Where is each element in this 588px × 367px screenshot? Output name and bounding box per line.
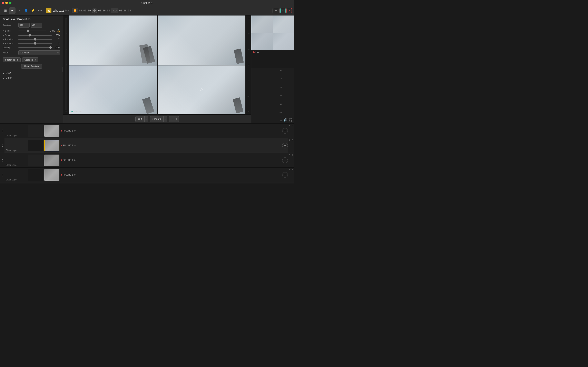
record-button[interactable] bbox=[92, 8, 97, 13]
stream-green-btn[interactable]: ● bbox=[280, 8, 286, 13]
track-4-thumb-empty[interactable] bbox=[28, 169, 43, 181]
cut-arrow-btn[interactable]: ▾ bbox=[145, 116, 148, 122]
smooth-main-btn[interactable]: Smooth bbox=[150, 116, 164, 122]
track-1-thumb-content bbox=[44, 125, 60, 137]
canvas-content-bl bbox=[69, 65, 157, 115]
live-status-dot bbox=[253, 51, 255, 53]
stretch-to-fit-btn[interactable]: Stretch To Fit bbox=[3, 57, 21, 62]
track-num-2: 2 bbox=[288, 138, 294, 153]
track-3-down-arrow[interactable]: ▼ bbox=[2, 161, 3, 162]
track-4-down-arrow[interactable]: ▼ bbox=[2, 175, 3, 177]
minimize-button[interactable] bbox=[5, 2, 8, 4]
track-2-clear-label[interactable]: Clear Layer bbox=[6, 149, 26, 151]
live-content-tr bbox=[273, 16, 294, 33]
track-1-label-area: Clear Layer bbox=[4, 124, 28, 138]
y-scale-slider[interactable] bbox=[18, 35, 52, 36]
position-x-input[interactable] bbox=[18, 23, 30, 27]
track-3-clear-label[interactable]: Clear Layer bbox=[6, 164, 26, 166]
track-1-clear-label[interactable]: Clear Layer bbox=[6, 134, 26, 137]
canvas-cell-tl[interactable] bbox=[69, 16, 157, 65]
cut-btn-group: Cut ▾ bbox=[135, 116, 148, 122]
track-4: ▲ ▼ Clear Layer FULL HD 1 ⚙ bbox=[0, 167, 288, 182]
track-4-number: 4 bbox=[292, 168, 293, 171]
x-scale-label: X Scale bbox=[3, 30, 17, 32]
canvas-area[interactable]: Preview bbox=[69, 16, 245, 114]
crop-section-toggle[interactable]: ▶ Crop bbox=[3, 72, 60, 75]
track-2-thumb-shot[interactable] bbox=[44, 140, 60, 151]
go-btn[interactable]: → bbox=[169, 116, 179, 122]
track-4-up-arrow[interactable]: ▲ bbox=[2, 173, 3, 175]
track-3-add-btn[interactable]: + bbox=[282, 157, 288, 163]
track-3-up-arrow[interactable]: ▲ bbox=[2, 158, 3, 160]
x-rotation-slider[interactable] bbox=[18, 39, 52, 40]
x-scale-value: 33% bbox=[47, 30, 55, 32]
y-rotation-slider-container bbox=[18, 43, 52, 44]
vu-meter-center-right: +6 0 -6 -12 -18 -24 -36 bbox=[245, 16, 251, 114]
scale-to-fit-btn[interactable]: Scale To Fit bbox=[22, 57, 38, 62]
track-1-thumb-empty[interactable] bbox=[28, 125, 43, 137]
canvas-cell-bl[interactable] bbox=[69, 65, 157, 115]
layers-icon-btn[interactable]: ⊞ bbox=[2, 7, 9, 14]
sliders-icon-btn[interactable]: ≡ bbox=[9, 7, 16, 14]
track-1-thumb-shot[interactable] bbox=[44, 125, 60, 137]
track-4-add-btn[interactable]: + bbox=[282, 172, 288, 178]
track-3-thumb-empty[interactable] bbox=[28, 155, 43, 166]
live-content-br bbox=[273, 33, 294, 50]
track-4-label-area: Clear Layer bbox=[4, 167, 28, 182]
stream-red-btn[interactable]: ● bbox=[286, 8, 292, 13]
position-y-input[interactable] bbox=[31, 23, 42, 27]
y-rotation-slider[interactable] bbox=[18, 43, 52, 44]
y-scale-slider-container bbox=[18, 35, 52, 36]
track-4-thumb-shot[interactable] bbox=[44, 169, 60, 181]
color-section-toggle[interactable]: ▶ Color bbox=[3, 76, 60, 79]
chart-icon-btn[interactable]: ⚡ bbox=[30, 7, 36, 14]
cut-main-btn[interactable]: Cut bbox=[135, 116, 145, 122]
person-icon-btn[interactable]: 👤 bbox=[23, 7, 29, 14]
track-4-clear-label[interactable]: Clear Layer bbox=[6, 178, 26, 181]
track-2-up-arrow[interactable]: ▲ bbox=[2, 144, 3, 145]
opacity-slider[interactable] bbox=[18, 47, 52, 48]
panel-collapse-btn[interactable]: « bbox=[62, 67, 63, 72]
smooth-arrow-btn[interactable]: ▾ bbox=[164, 116, 167, 122]
reset-position-btn[interactable]: Reset Position bbox=[21, 64, 42, 69]
x-scale-slider[interactable] bbox=[18, 31, 46, 31]
stream-dots-btn[interactable]: ●● bbox=[273, 8, 279, 13]
audio-speaker-btn[interactable]: 🔊 bbox=[283, 118, 287, 122]
track-2-thumb-empty[interactable] bbox=[28, 140, 43, 151]
live-preview-grid bbox=[251, 16, 294, 50]
timeline-tracks: ▲ ▼ Clear Layer FULL HD 1 ⚙ bbox=[0, 124, 288, 184]
pencil-decor-5 bbox=[233, 98, 243, 114]
track-3-thumb-shot[interactable] bbox=[44, 155, 60, 166]
track-1-down-arrow[interactable]: ▼ bbox=[2, 131, 3, 133]
preview-status-dot bbox=[71, 111, 73, 112]
more-icon-btn[interactable]: ••• bbox=[37, 7, 43, 14]
traffic-lights[interactable] bbox=[2, 2, 11, 4]
panel-title: Shot Layer Properties bbox=[3, 17, 60, 21]
record-circle-icon bbox=[93, 9, 96, 12]
pencil-decor-3 bbox=[234, 49, 244, 64]
track-2-add-btn[interactable]: + bbox=[282, 143, 288, 149]
track-2-down-arrow[interactable]: ▼ bbox=[2, 146, 3, 147]
maximize-button[interactable] bbox=[9, 2, 11, 4]
track-4-gear-icon[interactable]: ⚙ bbox=[74, 174, 76, 176]
track-1-gear-icon[interactable]: ⚙ bbox=[74, 130, 76, 132]
titlebar: Untitled 1 bbox=[0, 0, 294, 6]
audio-headphone-btn[interactable]: 🎧 bbox=[289, 118, 293, 122]
opacity-value: 100% bbox=[53, 46, 60, 49]
wifi-btn[interactable]: 📶 bbox=[72, 8, 78, 13]
track-1-shot-dot bbox=[61, 130, 62, 132]
canvas-cell-tr[interactable] bbox=[157, 16, 245, 65]
track-1-up-arrow[interactable]: ▲ bbox=[2, 129, 3, 131]
speaker-icon-btn[interactable]: ♪ bbox=[16, 7, 22, 14]
iso-btn[interactable]: ISO bbox=[111, 8, 118, 13]
track-2-shot-label: FULL HD 1 ⚙ bbox=[61, 144, 76, 147]
track-1-add-btn[interactable]: + bbox=[282, 128, 288, 134]
matte-select[interactable]: No Matte bbox=[18, 50, 60, 55]
canvas-cell-br[interactable] bbox=[157, 65, 245, 115]
track-3-gear-icon[interactable]: ⚙ bbox=[74, 159, 76, 161]
close-button[interactable] bbox=[2, 2, 4, 4]
track-2-gear-icon[interactable]: ⚙ bbox=[74, 144, 76, 147]
vu-r-0: 0 bbox=[281, 78, 282, 80]
timer3-display: 00:00:00 bbox=[119, 9, 131, 12]
track-1-shot-info: FULL HD 1 ⚙ bbox=[61, 130, 76, 132]
